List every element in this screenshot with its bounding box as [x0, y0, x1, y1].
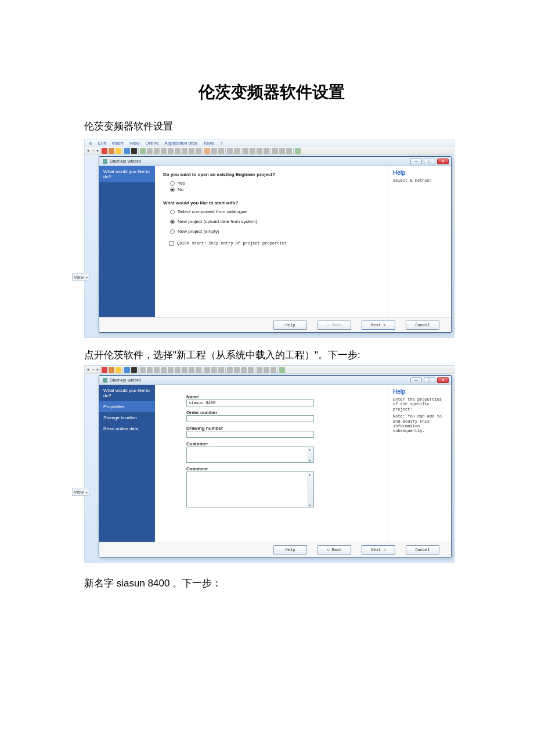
menu-view[interactable]: View	[129, 141, 139, 146]
toolbar-icon[interactable]	[131, 367, 137, 373]
input-name[interactable]: siasun 8400	[186, 399, 314, 406]
toolbar-icon[interactable]	[124, 367, 130, 373]
menu-edit[interactable]: Edit	[98, 141, 106, 146]
radio-input[interactable]	[170, 219, 175, 224]
radio-yes-row[interactable]: Yes	[170, 181, 381, 186]
toolbar-icon[interactable]	[189, 367, 194, 373]
sidebar-step-storage[interactable]: Storage location	[99, 412, 155, 423]
toolbar-icon[interactable]	[154, 148, 160, 154]
view-dropdown[interactable]: View ▾	[72, 273, 89, 281]
input-drawing[interactable]	[186, 431, 314, 438]
toolbar-icon[interactable]	[272, 148, 278, 154]
menu-file[interactable]: e	[89, 141, 92, 146]
cancel-button[interactable]: Cancel	[406, 545, 439, 555]
minimize-button[interactable]: —	[410, 377, 422, 383]
radio-catalogue-row[interactable]: Select component from catalogue	[170, 209, 381, 214]
toolbar-icon[interactable]	[102, 148, 107, 154]
radio-catalogue-label: Select component from catalogue	[178, 209, 247, 214]
help-button[interactable]: Help	[273, 321, 307, 330]
radio-upload-row[interactable]: New project (upload data from system)	[170, 219, 381, 224]
toolbar-icon[interactable]	[168, 367, 174, 373]
input-order[interactable]	[186, 415, 314, 422]
toolbar-icon[interactable]	[211, 148, 217, 154]
toolbar-icon[interactable]	[248, 367, 254, 373]
toolbar-icon[interactable]	[211, 367, 217, 373]
minimize-button[interactable]: —	[410, 159, 422, 164]
toolbar-icon[interactable]	[124, 148, 130, 154]
radio-input[interactable]	[170, 210, 175, 214]
toolbar-icon[interactable]	[182, 148, 187, 154]
toolbar-icon[interactable]	[250, 148, 255, 154]
toolbar-icon[interactable]	[109, 148, 114, 154]
radio-input[interactable]	[170, 229, 175, 234]
help-button[interactable]: Help	[273, 545, 307, 555]
menu-appdata[interactable]: Application data	[164, 141, 197, 146]
toolbar-icon[interactable]	[295, 148, 301, 154]
radio-input[interactable]	[170, 181, 175, 186]
sidebar-step-properties[interactable]: Properties	[99, 401, 155, 412]
toolbar-icon[interactable]	[109, 367, 114, 373]
sidebar-step-what[interactable]: What would you like to do?	[99, 166, 155, 182]
toolbar-icon[interactable]	[175, 148, 181, 154]
toolbar-icon[interactable]	[147, 367, 153, 373]
quickstart-row[interactable]: Quick start: Skip entry of project prope…	[169, 241, 381, 246]
toolbar-icon[interactable]	[286, 148, 292, 154]
toolbar-icon[interactable]	[147, 148, 153, 154]
toolbar-icon[interactable]	[218, 367, 224, 373]
toolbar-icon[interactable]	[218, 148, 224, 154]
toolbar-icon[interactable]	[102, 367, 107, 373]
toolbar-icon[interactable]	[227, 367, 233, 373]
toolbar-icon[interactable]	[140, 367, 146, 373]
radio-input[interactable]	[170, 188, 175, 192]
toolbar-icon[interactable]	[257, 148, 262, 154]
sidebar-step-read-online[interactable]: Read online data	[99, 423, 155, 434]
maximize-button[interactable]: □	[424, 159, 435, 164]
toolbar-icon[interactable]	[279, 367, 285, 373]
toolbar-icon[interactable]	[182, 367, 187, 373]
scrollbar[interactable]	[308, 472, 313, 507]
toolbar-icon[interactable]	[257, 367, 262, 373]
close-button[interactable]: ✕	[437, 159, 449, 164]
scrollbar[interactable]	[308, 447, 313, 462]
toolbar-icon[interactable]	[279, 148, 285, 154]
close-button[interactable]: ✕	[437, 377, 449, 383]
toolbar-icon[interactable]	[175, 367, 181, 373]
back-button[interactable]: < Back	[317, 545, 351, 555]
radio-no-row[interactable]: No	[170, 187, 381, 192]
input-customer[interactable]	[186, 447, 314, 463]
menu-insert[interactable]: Insert	[112, 141, 124, 146]
toolbar-icon[interactable]	[154, 367, 160, 373]
next-button[interactable]: Next >	[362, 321, 395, 330]
toolbar-icon[interactable]	[161, 148, 167, 154]
toolbar-icon[interactable]	[161, 367, 167, 373]
cancel-button[interactable]: Cancel	[406, 321, 439, 330]
toolbar-icon[interactable]	[234, 367, 240, 373]
toolbar-icon[interactable]	[264, 367, 269, 373]
menu-tools[interactable]: Tools	[203, 141, 214, 146]
toolbar-icon[interactable]	[196, 148, 201, 154]
view-dropdown[interactable]: View ▾	[72, 488, 89, 496]
toolbar-icon[interactable]	[140, 148, 146, 154]
menu-help[interactable]: ?	[220, 141, 222, 146]
menu-online[interactable]: Online	[145, 141, 158, 146]
sidebar-step-what[interactable]: What would you like to do?	[99, 385, 155, 401]
next-button[interactable]: Next >	[362, 545, 395, 555]
toolbar-icon[interactable]	[241, 367, 247, 373]
toolbar-icon[interactable]	[264, 148, 269, 154]
toolbar-icon[interactable]	[234, 148, 240, 154]
toolbar-icon[interactable]	[243, 148, 248, 154]
toolbar-icon[interactable]	[131, 148, 137, 154]
toolbar-icon[interactable]	[204, 367, 210, 373]
toolbar-icon[interactable]	[116, 148, 121, 154]
toolbar-icon[interactable]	[168, 148, 174, 154]
toolbar-icon[interactable]	[116, 367, 121, 373]
toolbar-icon[interactable]	[189, 148, 194, 154]
input-comment[interactable]	[186, 471, 314, 507]
checkbox-input[interactable]	[169, 241, 174, 246]
maximize-button[interactable]: □	[424, 377, 435, 383]
toolbar-icon[interactable]	[227, 148, 233, 154]
toolbar-icon[interactable]	[204, 148, 210, 154]
toolbar-icon[interactable]	[270, 367, 276, 373]
radio-empty-row[interactable]: New project (empty)	[170, 229, 381, 234]
toolbar-icon[interactable]	[196, 367, 201, 373]
